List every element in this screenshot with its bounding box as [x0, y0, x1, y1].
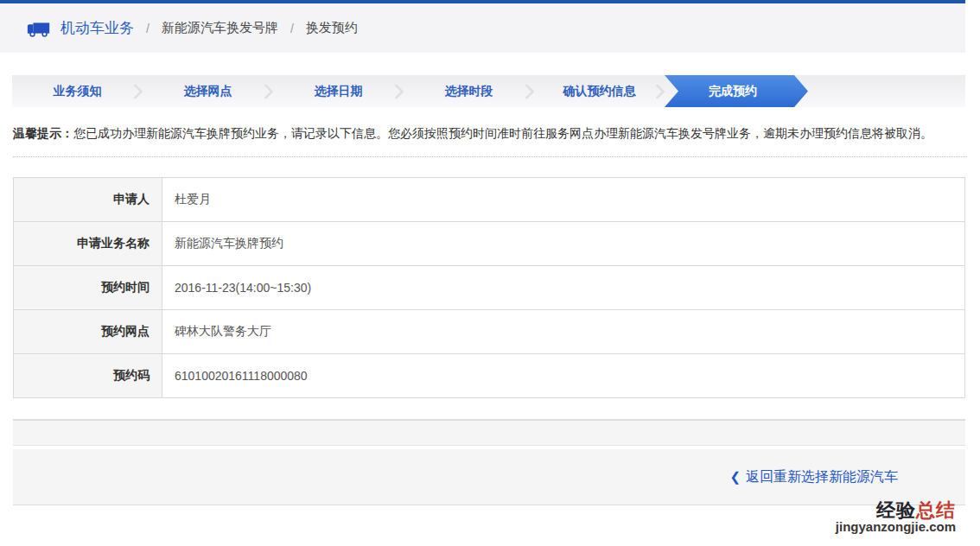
step-label: 选择日期 [315, 84, 363, 99]
chevron-right-icon [519, 83, 534, 98]
step-select-date: 选择日期 [273, 75, 404, 107]
table-row-appointment-branch: 预约网点 碑林大队警务大厅 [14, 310, 965, 354]
watermark-part1: 经验 [876, 499, 916, 521]
notice-text: 温馨提示：您已成功办理新能源汽车换牌预约业务，请记录以下信息。您必须按照预约时间… [13, 120, 963, 146]
row-value: 杜爱月 [162, 178, 965, 222]
step-label: 完成预约 [709, 84, 757, 99]
truck-icon [26, 18, 52, 39]
breadcrumb-separator: / [146, 22, 150, 35]
breadcrumb-root[interactable]: 机动车业务 [60, 18, 134, 38]
step-select-branch: 选择网点 [143, 75, 273, 107]
chevron-right-icon [127, 83, 143, 98]
step-wizard: 业务须知 选择网点 选择日期 选择时段 确认预约信息 完成预约 [12, 75, 965, 107]
watermark-url: jingyanzongjie.com [836, 520, 956, 534]
row-value: 碑林大队警务大厅 [162, 310, 965, 354]
table-row-business-name: 申请业务名称 新能源汽车换牌预约 [14, 222, 965, 266]
step-complete-active: 完成预约 [665, 75, 808, 107]
chevron-right-icon [388, 83, 404, 98]
step-label: 选择时段 [445, 84, 493, 99]
row-label: 预约时间 [14, 266, 162, 310]
row-label: 申请人 [14, 178, 162, 222]
footer-action-panel: ❮ 返回重新选择新能源汽车 [13, 449, 965, 505]
wizard-filler [808, 75, 965, 107]
step-select-timeslot: 选择时段 [404, 75, 534, 107]
page: 机动车业务 / 新能源汽车换发号牌 / 换发预约 业务须知 选择网点 选择日期 … [0, 0, 980, 546]
back-link-label: 返回重新选择新能源汽车 [746, 468, 898, 486]
table-row-appointment-time: 预约时间 2016-11-23(14:00~15:30) [14, 266, 965, 310]
back-link[interactable]: ❮ 返回重新选择新能源汽车 [729, 468, 898, 486]
chevron-left-icon: ❮ [729, 469, 741, 485]
row-label: 申请业务名称 [14, 222, 162, 266]
chevron-right-icon [258, 83, 273, 98]
step-label: 业务须知 [54, 84, 102, 99]
row-label: 预约网点 [14, 310, 162, 354]
chevron-right-icon [649, 83, 665, 98]
watermark-part2: 总结 [916, 499, 956, 521]
breadcrumb-item-service[interactable]: 新能源汽车换发号牌 [162, 20, 278, 36]
step-business-notes: 业务须知 [12, 75, 143, 107]
notice-prefix: 温馨提示： [13, 126, 73, 140]
breadcrumb-item-current: 换发预约 [306, 20, 358, 36]
watermark-title: 经验总结 [836, 500, 956, 520]
dotted-divider [13, 156, 967, 157]
site-watermark: 经验总结 jingyanzongjie.com [836, 500, 956, 534]
table-row-appointment-code: 预约码 61010020161118000080 [14, 354, 965, 398]
notice-body: 您已成功办理新能源汽车换牌预约业务，请记录以下信息。您必须按照预约时间准时前往服… [73, 126, 932, 140]
row-value: 新能源汽车换牌预约 [162, 222, 965, 266]
step-label: 选择网点 [184, 84, 232, 99]
appointment-detail-table: 申请人 杜爱月 申请业务名称 新能源汽车换牌预约 预约时间 2016-11-23… [13, 177, 965, 398]
step-confirm-info: 确认预约信息 [534, 75, 665, 107]
table-row-applicant: 申请人 杜爱月 [14, 178, 965, 222]
footer-strip [13, 419, 965, 446]
breadcrumb: 机动车业务 / 新能源汽车换发号牌 / 换发预约 [0, 3, 965, 53]
step-label: 确认预约信息 [563, 84, 636, 99]
breadcrumb-separator: / [290, 22, 294, 35]
row-label: 预约码 [14, 354, 162, 398]
row-value: 61010020161118000080 [162, 354, 965, 398]
row-value: 2016-11-23(14:00~15:30) [162, 266, 965, 310]
